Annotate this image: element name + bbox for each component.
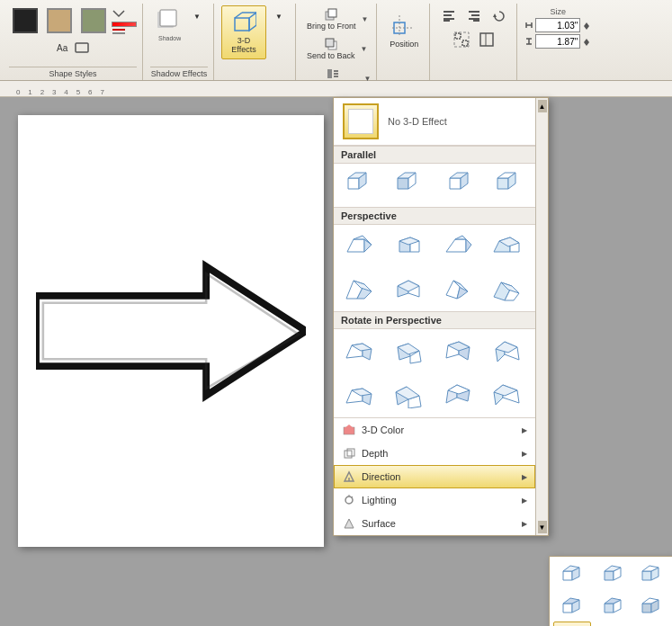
- shape-tan-icon: [47, 8, 72, 33]
- svg-marker-128: [563, 604, 572, 613]
- shape-green-btn[interactable]: [77, 5, 110, 36]
- toolbar: Aa Shape Styles Shadow Effects ▼ Shadow …: [0, 0, 672, 81]
- rotate-cube-2[interactable]: [387, 333, 435, 369]
- persp-cube-icon-8: [492, 275, 524, 304]
- parallel-cube-icon-2: [394, 171, 426, 200]
- perspective-cube-7[interactable]: [435, 272, 483, 308]
- rotate-btn[interactable]: [488, 5, 511, 27]
- perspective-cube-4[interactable]: [485, 228, 533, 264]
- svg-marker-49: [348, 178, 359, 189]
- position-icon: [392, 13, 416, 39]
- color-bar-icon: [112, 22, 137, 27]
- rotate-cube-1[interactable]: [337, 333, 385, 369]
- arrow-shape[interactable]: [36, 133, 306, 529]
- position-btn-group: Position: [379, 4, 430, 80]
- svg-marker-41: [584, 26, 589, 30]
- empty-box-icon: [348, 109, 373, 134]
- shape-black-btn[interactable]: [9, 5, 41, 36]
- svg-rect-111: [345, 451, 352, 458]
- dir-icon-5: [599, 595, 624, 616]
- pane-btn[interactable]: [475, 29, 498, 50]
- dir-cube-3[interactable]: [632, 560, 670, 589]
- arrange-row-2: [450, 29, 498, 50]
- width-input[interactable]: [535, 18, 580, 32]
- direction-item[interactable]: Direction ▶: [334, 465, 535, 488]
- perspective-cube-2[interactable]: [387, 228, 435, 264]
- threed-dropdown-btn[interactable]: ▼: [268, 5, 290, 27]
- dir-cube-8[interactable]: [593, 622, 631, 626]
- threed-dropdown-menu: ▲ ▼ No 3-D Effect Parallel: [333, 97, 549, 536]
- rotate-cube-icon-6: [394, 380, 426, 408]
- threed-effects-row: 3-DEffects ▼: [221, 5, 290, 59]
- align-btn-1[interactable]: [437, 5, 461, 27]
- no-3d-selected-icon[interactable]: [343, 103, 379, 139]
- rotate-cube-5[interactable]: [337, 376, 385, 412]
- rotate-cube-8[interactable]: [485, 376, 533, 412]
- dir-cube-6[interactable]: [632, 591, 670, 620]
- parallel-cube-4[interactable]: [485, 167, 533, 203]
- rotate-cube-icon-8: [492, 380, 524, 408]
- svg-marker-47: [36, 266, 306, 395]
- svg-marker-67: [446, 239, 466, 252]
- rotate-cube-4[interactable]: [485, 333, 533, 369]
- svg-marker-61: [347, 239, 364, 252]
- threed-color-item[interactable]: 3-D Color ▶: [334, 418, 535, 442]
- bring-to-front-btn[interactable]: Bring to Front: [303, 5, 360, 33]
- dir-cube-7[interactable]: [553, 622, 591, 626]
- shadow-dropdown-btn[interactable]: ▼: [186, 5, 208, 27]
- svg-marker-40: [584, 22, 589, 26]
- parallel-cube-2[interactable]: [387, 167, 435, 203]
- size-group: Size: [519, 4, 596, 80]
- scroll-up-btn[interactable]: ▲: [538, 100, 547, 112]
- send-to-back-btn[interactable]: Send to Back: [303, 35, 359, 63]
- surface-item[interactable]: Surface ▶: [334, 512, 535, 535]
- rotate-cube-7[interactable]: [435, 376, 483, 412]
- rotate-cube-icon-7: [443, 380, 475, 408]
- perspective-cube-5[interactable]: [337, 272, 385, 308]
- group-btn[interactable]: [450, 29, 473, 50]
- rotate-cube-3[interactable]: [435, 333, 483, 369]
- direction-label: Direction: [362, 471, 400, 482]
- size-label: Size: [524, 7, 591, 16]
- main-area: ▲ ▼ No 3-D Effect Parallel: [0, 97, 672, 626]
- dir-icon-2: [599, 564, 624, 586]
- dir-cube-2[interactable]: [593, 560, 631, 589]
- dir-cube-1[interactable]: [553, 560, 591, 589]
- perspective-grid-1: [334, 225, 535, 268]
- dir-cube-9[interactable]: [632, 622, 670, 626]
- perspective-cube-3[interactable]: [435, 228, 483, 264]
- svg-text:Shadow: Shadow: [158, 35, 181, 40]
- threed-effects-group: 3-DEffects ▼: [216, 4, 296, 80]
- perspective-cube-6[interactable]: [387, 272, 435, 308]
- lighting-item[interactable]: Lighting ▶: [334, 488, 535, 512]
- svg-rect-1: [112, 32, 125, 34]
- surface-arrow: ▶: [522, 520, 527, 528]
- shadow-icon-btn[interactable]: Shadow Effects: [150, 5, 184, 43]
- parallel-cube-icon-4: [492, 171, 524, 200]
- surface-icon: [342, 516, 356, 531]
- height-spin-icon: [582, 37, 591, 46]
- dir-cube-4[interactable]: [553, 591, 591, 620]
- dir-cube-5[interactable]: [593, 591, 631, 620]
- svg-text:Aa: Aa: [57, 43, 68, 53]
- threed-effects-btn[interactable]: 3-DEffects: [221, 5, 266, 59]
- perspective-cube-8[interactable]: [485, 272, 533, 308]
- ruler-ticks: 0 1 2 3 4 5 6 7: [16, 88, 104, 96]
- rotate-cube-6[interactable]: [387, 376, 435, 412]
- shadow-effects-row: Shadow Effects ▼: [150, 5, 208, 43]
- parallel-cube-3[interactable]: [435, 167, 483, 203]
- align-right-icon: [466, 8, 482, 24]
- surface-label: Surface: [362, 518, 396, 529]
- perspective-cube-1[interactable]: [337, 228, 385, 264]
- depth-item[interactable]: Depth ▶: [334, 442, 535, 465]
- parallel-cube-1[interactable]: [337, 167, 385, 203]
- rotate-cube-icon-5: [345, 380, 377, 408]
- svg-marker-119: [563, 571, 572, 580]
- scroll-down-btn[interactable]: ▼: [538, 521, 547, 533]
- no-3d-label: No 3-D Effect: [388, 116, 447, 127]
- shape-tan-btn[interactable]: [43, 5, 76, 36]
- position-btn[interactable]: Position: [384, 5, 424, 56]
- svg-marker-55: [450, 178, 461, 189]
- height-input[interactable]: [535, 34, 580, 49]
- align-btn-2[interactable]: [462, 5, 486, 27]
